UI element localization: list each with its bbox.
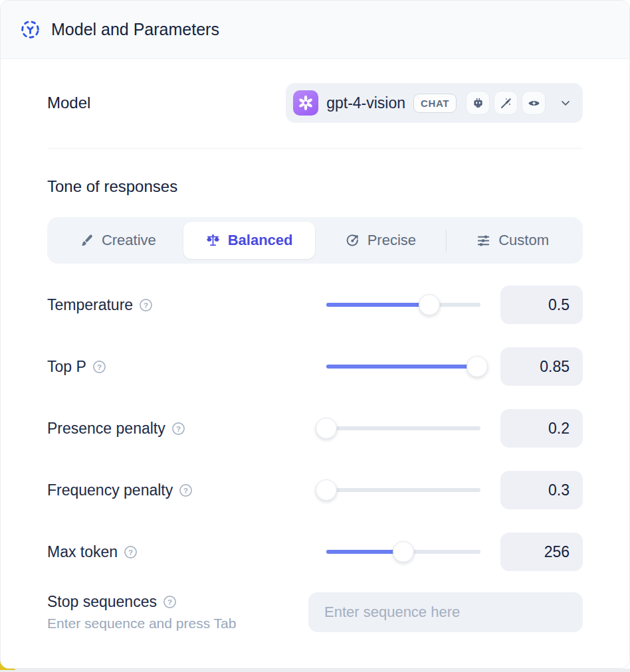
stop-sequences-label-text: Stop sequences [47,593,157,611]
tab-creative[interactable]: Creative [52,222,183,259]
param-row-temperature: Temperature ? 0.5 [47,286,583,324]
max-token-slider[interactable] [326,541,480,563]
param-row-presence-penalty: Presence penalty ? 0.2 [47,409,583,448]
tab-label: Custom [498,232,549,249]
param-label-text: Max token [47,543,118,561]
max-token-value[interactable]: 256 [500,533,583,571]
param-row-frequency-penalty: Frequency penalty ? 0.3 [47,471,583,509]
param-label-text: Top P [47,358,86,376]
stop-sequence-input[interactable] [308,592,583,632]
model-row: Model gpt-4-vis [47,83,583,123]
magic-wand-icon[interactable] [494,91,518,115]
balance-scale-icon [205,233,221,248]
model-label: Model [47,94,90,112]
model-type-badge: CHAT [413,94,457,113]
tone-tab-bar: Creative Balanced [47,217,583,264]
param-row-top-p: Top P ? 0.85 [47,347,583,386]
panel-title: Model and Parameters [51,20,219,39]
stop-sequences-label: Stop sequences ? [47,593,308,611]
tone-heading: Tone of responses [47,177,583,196]
tab-label: Creative [102,232,156,249]
tab-balanced[interactable]: Balanced [183,222,315,259]
stop-sequences-hint: Enter sequence and press Tab [47,616,308,631]
temperature-slider[interactable] [326,294,480,316]
frequency-penalty-value[interactable]: 0.3 [500,471,583,509]
param-label: Presence penalty ? [47,420,326,438]
presence-penalty-value[interactable]: 0.2 [500,409,583,448]
slider-thumb[interactable] [316,479,337,501]
help-icon[interactable]: ? [171,422,185,436]
stop-sequences-row: Stop sequences ? Enter sequence and pres… [47,592,583,632]
slider-thumb[interactable] [316,418,337,439]
vision-eye-icon[interactable] [522,91,546,115]
param-label: Top P ? [47,358,326,376]
help-icon[interactable]: ? [139,298,153,312]
top-p-value[interactable]: 0.85 [500,347,583,386]
openai-logo-icon [293,90,318,116]
slider-thumb[interactable] [419,294,440,315]
tab-custom[interactable]: Custom [447,222,578,259]
help-icon[interactable]: ? [163,595,177,609]
svg-text:?: ? [128,548,133,556]
selected-model-name: gpt-4-vision [326,94,405,112]
chevron-down-icon[interactable] [559,96,572,110]
target-arrow-icon [345,233,360,248]
param-label: Max token ? [47,543,326,561]
tab-label: Precise [368,232,416,249]
temperature-value[interactable]: 0.5 [500,286,583,324]
frequency-penalty-slider[interactable] [326,479,480,501]
help-icon[interactable]: ? [92,360,106,374]
param-label-text: Temperature [47,296,133,314]
slider-thumb[interactable] [393,541,414,562]
svg-text:?: ? [97,363,102,371]
model-hub-icon [19,19,41,41]
paintbrush-icon [79,233,94,248]
page-bottom-strip [0,669,630,672]
param-label: Temperature ? [47,296,326,314]
model-capability-chips [466,91,546,115]
robot-icon[interactable] [466,91,490,115]
param-label-text: Frequency penalty [47,481,173,499]
tab-precise[interactable]: Precise [315,222,447,259]
param-label-text: Presence penalty [47,420,165,438]
param-row-max-token: Max token ? 256 [47,533,583,571]
svg-text:?: ? [183,486,188,494]
svg-text:?: ? [176,424,181,432]
tab-label: Balanced [228,232,293,249]
section-divider [47,148,583,149]
svg-text:?: ? [144,301,148,309]
slider-thumb[interactable] [467,356,488,377]
model-select-dropdown[interactable]: gpt-4-vision CHAT [286,83,583,123]
sliders-icon [476,233,491,248]
param-label: Frequency penalty ? [47,481,326,499]
model-parameters-panel: Model and Parameters Model [0,0,630,669]
top-p-slider[interactable] [326,355,480,378]
help-icon[interactable]: ? [124,545,138,559]
presence-penalty-slider[interactable] [326,417,480,440]
svg-text:?: ? [167,598,172,606]
panel-header: Model and Parameters [1,1,629,59]
help-icon[interactable]: ? [179,483,193,497]
